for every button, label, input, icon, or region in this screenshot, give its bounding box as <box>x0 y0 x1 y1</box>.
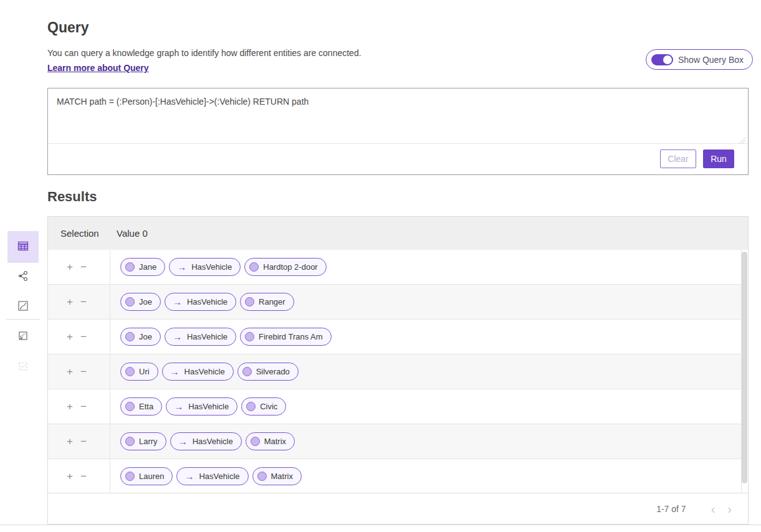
entity-node-icon <box>125 262 135 272</box>
query-input[interactable]: MATCH path = (:Person)-[:HasVehicle]->(:… <box>48 88 748 144</box>
dashed-square-icon <box>17 361 29 374</box>
table-body: +−Jane→HasVehicleHardtop 2-door+−Joe→Has… <box>48 250 748 494</box>
relationship-pill[interactable]: →HasVehicle <box>165 328 236 346</box>
entity-pill[interactable]: Etta <box>120 397 162 416</box>
sidebar-item-link-chart-view[interactable] <box>7 267 39 287</box>
row-add-selection-button[interactable]: + <box>67 262 73 272</box>
relationship-pill[interactable]: →HasVehicle <box>165 293 236 311</box>
entity-pill[interactable]: Lauren <box>120 467 173 485</box>
textarea-resize-grip-icon[interactable] <box>739 135 746 142</box>
row-add-selection-button[interactable]: + <box>67 331 73 342</box>
row-selection-cell: +− <box>48 250 110 284</box>
pill-label: HasVehicle <box>187 297 236 306</box>
row-value-cell: Joe→HasVehicleRanger <box>110 293 748 311</box>
relationship-pill[interactable]: →HasVehicle <box>166 397 237 416</box>
row-remove-selection-button[interactable]: − <box>80 436 87 447</box>
pill-label: Matrix <box>271 472 301 481</box>
run-button[interactable]: Run <box>703 150 734 168</box>
row-add-selection-button[interactable]: + <box>67 436 73 447</box>
row-selection-cell: +− <box>48 320 110 354</box>
pill-label: Hardtop 2-door <box>263 262 325 272</box>
query-panel: MATCH path = (:Person)-[:HasVehicle]->(:… <box>47 88 749 175</box>
entity-pill[interactable]: Matrix <box>246 432 295 450</box>
row-selection-cell: +− <box>48 389 110 424</box>
relationship-arrow-icon: → <box>170 367 179 376</box>
entity-pill[interactable]: Uri <box>120 363 158 381</box>
pill-label: Civic <box>260 402 285 411</box>
learn-more-link[interactable]: Learn more about Query <box>47 63 149 73</box>
row-remove-selection-button[interactable]: − <box>80 297 87 307</box>
entity-pill[interactable]: Silverado <box>237 363 299 381</box>
pill-label: HasVehicle <box>184 367 233 376</box>
entity-node-icon <box>246 402 256 411</box>
entity-node-icon <box>125 437 135 446</box>
toggle-switch-icon[interactable] <box>651 54 673 65</box>
entity-pill[interactable]: Matrix <box>252 467 302 485</box>
table-row: +−Joe→HasVehicleRanger <box>48 285 748 320</box>
entity-node-icon <box>245 297 254 306</box>
clear-button[interactable]: Clear <box>660 150 696 168</box>
pill-label: Lauren <box>139 472 172 481</box>
entity-pill[interactable]: Hardtop 2-door <box>244 258 326 276</box>
row-remove-selection-button[interactable]: − <box>80 366 87 377</box>
pagination-prev-button[interactable]: ‹ <box>705 503 722 515</box>
pill-label: Jane <box>139 262 165 272</box>
query-page: Query You can query a knowledge graph to… <box>0 0 761 532</box>
pill-label: Matrix <box>264 437 294 446</box>
entity-node-icon <box>125 297 135 306</box>
pagination-next-button[interactable]: › <box>721 503 738 515</box>
pill-label: Ranger <box>259 297 294 306</box>
entity-node-icon <box>242 367 252 376</box>
row-value-cell: Jane→HasVehicleHardtop 2-door <box>110 258 748 276</box>
row-remove-selection-button[interactable]: − <box>80 262 87 272</box>
row-remove-selection-button[interactable]: − <box>80 401 87 412</box>
query-footer: Clear Run <box>48 143 748 174</box>
table-row: +−Lauren→HasVehicleMatrix <box>48 459 748 494</box>
row-selection-cell: +− <box>48 354 110 389</box>
entity-node-icon <box>125 472 135 481</box>
table-icon <box>17 240 29 255</box>
row-remove-selection-button[interactable]: − <box>80 331 87 342</box>
pill-label: Joe <box>139 297 160 306</box>
row-add-selection-button[interactable]: + <box>67 366 73 377</box>
entity-node-icon <box>125 367 135 376</box>
row-value-cell: Lauren→HasVehicleMatrix <box>110 467 748 485</box>
page-bottom-divider <box>0 525 761 525</box>
row-add-selection-button[interactable]: + <box>67 401 73 412</box>
entity-pill[interactable]: Civic <box>241 397 286 416</box>
entity-pill[interactable]: Ranger <box>240 293 294 311</box>
relationship-pill[interactable]: →HasVehicle <box>170 432 242 450</box>
entity-pill[interactable]: Larry <box>120 432 166 450</box>
entity-pill[interactable]: Joe <box>120 328 161 346</box>
pill-label: Joe <box>139 332 160 341</box>
toggle-knob <box>663 55 672 64</box>
table-row: +−Larry→HasVehicleMatrix <box>48 424 748 459</box>
add-to-map-icon <box>17 330 29 344</box>
pagination-range: 1-7 of 7 <box>656 504 686 514</box>
show-query-box-toggle[interactable]: Show Query Box <box>646 49 753 70</box>
sidebar-item-table-view[interactable] <box>7 231 39 263</box>
entity-node-icon <box>249 262 259 272</box>
entity-node-icon <box>257 472 267 481</box>
sidebar-item-add-to-map[interactable] <box>7 327 39 347</box>
link-chart-icon <box>17 270 29 285</box>
row-add-selection-button[interactable]: + <box>67 297 73 307</box>
row-remove-selection-button[interactable]: − <box>80 471 87 482</box>
row-add-selection-button[interactable]: + <box>67 471 73 482</box>
relationship-pill[interactable]: →HasVehicle <box>169 258 241 276</box>
entity-pill[interactable]: Jane <box>120 258 165 276</box>
entity-pill[interactable]: Firebird Trans Am <box>240 328 332 346</box>
sidebar-item-map-view[interactable] <box>7 297 39 317</box>
column-header-selection: Selection <box>48 228 110 239</box>
table-row: +−Uri→HasVehicleSilverado <box>48 354 748 389</box>
pill-label: HasVehicle <box>187 332 236 341</box>
pill-label: Etta <box>139 402 161 411</box>
relationship-arrow-icon: → <box>178 437 188 446</box>
entity-node-icon <box>125 332 135 341</box>
table-scrollbar-thumb[interactable] <box>742 252 747 483</box>
entity-pill[interactable]: Joe <box>120 293 161 311</box>
relationship-arrow-icon: → <box>173 332 182 341</box>
relationship-pill[interactable]: →HasVehicle <box>176 467 248 485</box>
page-description: You can query a knowledge graph to ident… <box>47 48 361 58</box>
relationship-pill[interactable]: →HasVehicle <box>162 363 234 381</box>
